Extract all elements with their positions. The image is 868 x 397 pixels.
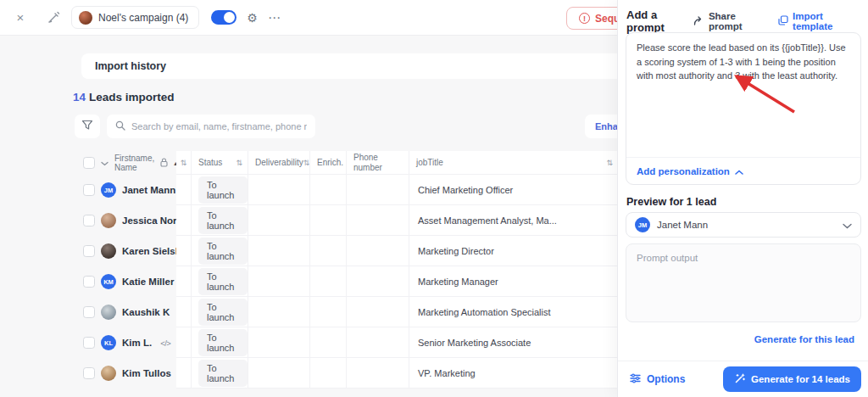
column-header-jobtitle[interactable]: jobTitle bbox=[409, 158, 443, 168]
prompt-output-area: Prompt output bbox=[626, 243, 861, 322]
search-icon bbox=[115, 119, 125, 134]
sort-icon[interactable]: ⇅ bbox=[236, 159, 242, 167]
share-icon bbox=[693, 16, 704, 27]
prompt-editor[interactable]: Please score the lead based on its {{job… bbox=[626, 32, 861, 185]
edit-pencil-icon[interactable] bbox=[44, 8, 63, 27]
sort-icon[interactable]: ⇅ bbox=[606, 159, 613, 167]
status-badge: To launch bbox=[198, 329, 248, 356]
table-header-row: Firstname, Name ▴ ⇅ Status ⇅ Deliverabil… bbox=[81, 151, 632, 175]
leads-count-number: 14 bbox=[73, 91, 86, 103]
leads-table: Firstname, Name ▴ ⇅ Status ⇅ Deliverabil… bbox=[81, 151, 632, 389]
status-badge: To launch bbox=[198, 207, 248, 234]
filter-funnel-icon bbox=[81, 119, 93, 134]
row-checkbox[interactable] bbox=[83, 245, 95, 257]
table-row[interactable]: JM Janet Mann ⇅ </> To launch Chief Mark… bbox=[81, 175, 632, 205]
campaign-name-field[interactable]: Noel's campaign (4) bbox=[71, 6, 199, 29]
chevron-down-icon[interactable] bbox=[101, 159, 108, 168]
table-row[interactable]: KL Kim L. </> To launch Senior Marketing… bbox=[81, 327, 632, 358]
prompt-output-placeholder: Prompt output bbox=[637, 253, 698, 263]
lead-avatar: KM bbox=[101, 274, 116, 289]
column-header-status[interactable]: Status bbox=[192, 158, 222, 168]
chevron-up-icon bbox=[735, 166, 743, 176]
panel-footer: Options Generate for 14 leads bbox=[618, 361, 868, 397]
job-title-cell: Marketing Manager bbox=[409, 266, 632, 297]
status-badge: To launch bbox=[198, 299, 248, 326]
panel-title: Add a prompt bbox=[626, 8, 693, 34]
import-history-accordion[interactable]: Import history bbox=[81, 53, 632, 79]
lead-avatar bbox=[101, 366, 116, 381]
code-icon[interactable]: </> bbox=[160, 338, 170, 348]
lead-name[interactable]: Kim L. bbox=[122, 338, 152, 348]
job-title-cell: Senior Marketing Associate bbox=[409, 327, 632, 358]
row-checkbox[interactable] bbox=[83, 276, 95, 288]
wand-icon bbox=[734, 373, 745, 386]
lead-avatar bbox=[101, 213, 116, 228]
row-checkbox[interactable] bbox=[83, 337, 95, 349]
job-title-cell: VP. Marketing bbox=[409, 358, 632, 389]
search-input[interactable] bbox=[131, 121, 307, 131]
add-personalization-button[interactable]: Add personalization bbox=[626, 157, 860, 184]
sliders-icon bbox=[630, 373, 641, 386]
lead-name[interactable]: Janet Mann bbox=[122, 185, 175, 195]
search-field bbox=[107, 115, 315, 138]
column-header-enrich[interactable]: Enrich. bbox=[310, 158, 343, 168]
lead-name[interactable]: Karen Sielski bbox=[122, 246, 176, 256]
lead-avatar bbox=[101, 305, 116, 320]
filter-button[interactable] bbox=[75, 115, 100, 138]
leads-imported-heading: 14Leads imported bbox=[73, 91, 175, 103]
lead-avatar bbox=[101, 243, 116, 259]
campaign-name: Noel's campaign (4) bbox=[98, 12, 188, 24]
column-header-phone[interactable]: Phone number bbox=[347, 153, 391, 173]
lead-name[interactable]: Jessica Norris bbox=[122, 215, 176, 226]
more-options-icon[interactable]: ⋯ bbox=[268, 10, 281, 25]
job-title-cell: Chief Marketing Officer bbox=[409, 175, 632, 205]
alert-icon: ! bbox=[579, 13, 590, 24]
lead-select-dropdown[interactable]: JM Janet Mann bbox=[626, 212, 861, 238]
column-header-deliverability[interactable]: Deliverability bbox=[248, 158, 303, 168]
job-title-cell: Marketing Director bbox=[409, 236, 632, 266]
lock-icon bbox=[160, 158, 168, 169]
import-template-icon bbox=[778, 15, 788, 27]
select-all-checkbox[interactable] bbox=[83, 157, 95, 169]
chevron-down-icon bbox=[843, 217, 852, 232]
table-row[interactable]: KM Katie Miller </> To launch Marketing … bbox=[81, 266, 632, 297]
table-row[interactable]: Kaushik K </> To launch Marketing Automa… bbox=[81, 297, 632, 327]
close-icon[interactable]: × bbox=[10, 8, 31, 28]
lead-name[interactable]: Kim Tullos bbox=[122, 368, 171, 378]
lead-name[interactable]: Katie Miller bbox=[122, 277, 174, 287]
status-badge: To launch bbox=[198, 238, 248, 265]
generate-for-lead-button[interactable]: Generate for this lead bbox=[754, 334, 854, 344]
prompt-panel: Add a prompt Share prompt Import templat… bbox=[617, 0, 868, 397]
lead-name[interactable]: Kaushik K bbox=[122, 307, 170, 317]
sort-icon[interactable]: ⇅ bbox=[181, 159, 187, 167]
lead-avatar: JM bbox=[101, 182, 116, 198]
lead-avatar: JM bbox=[635, 217, 650, 232]
status-badge: To launch bbox=[198, 176, 248, 204]
job-title-cell: Marketing Automation Specialist bbox=[409, 297, 632, 327]
status-badge: To launch bbox=[198, 268, 248, 295]
generate-all-button[interactable]: Generate for 14 leads bbox=[723, 366, 861, 392]
row-checkbox[interactable] bbox=[83, 215, 95, 226]
table-row[interactable]: Kim Tullos </> To launch VP. Marketing bbox=[81, 358, 632, 389]
selected-lead-name: Janet Mann bbox=[657, 220, 836, 230]
column-header-name[interactable]: Firstname, Name bbox=[114, 154, 154, 172]
preview-heading: Preview for 1 lead bbox=[626, 196, 716, 208]
row-checkbox[interactable] bbox=[83, 367, 95, 379]
campaign-avatar bbox=[79, 11, 92, 25]
leads-main-area: Import history 14Leads imported Enhanc bbox=[0, 36, 632, 397]
prompt-text[interactable]: Please score the lead based on its {{job… bbox=[626, 33, 860, 157]
options-button[interactable]: Options bbox=[630, 373, 685, 386]
lead-avatar: KL bbox=[101, 335, 116, 350]
app-window: × Noel's campaign (4) ⚙ ⋯ ! Seque Import… bbox=[0, 0, 868, 397]
status-badge: To launch bbox=[198, 360, 248, 387]
import-template-button[interactable]: Import template bbox=[778, 11, 860, 31]
job-title-cell: Asset Management Analyst, Ma... bbox=[409, 205, 632, 236]
row-checkbox[interactable] bbox=[83, 306, 95, 318]
gear-icon[interactable]: ⚙ bbox=[247, 11, 258, 25]
table-row[interactable]: Jessica Norris </> To launch Asset Manag… bbox=[81, 205, 632, 236]
share-prompt-button[interactable]: Share prompt bbox=[693, 11, 766, 31]
row-checkbox[interactable] bbox=[83, 184, 95, 196]
sort-icon[interactable]: ⇅ bbox=[303, 159, 309, 167]
campaign-toggle[interactable] bbox=[211, 10, 236, 25]
table-row[interactable]: Karen Sielski </> To launch Marketing Di… bbox=[81, 236, 632, 266]
